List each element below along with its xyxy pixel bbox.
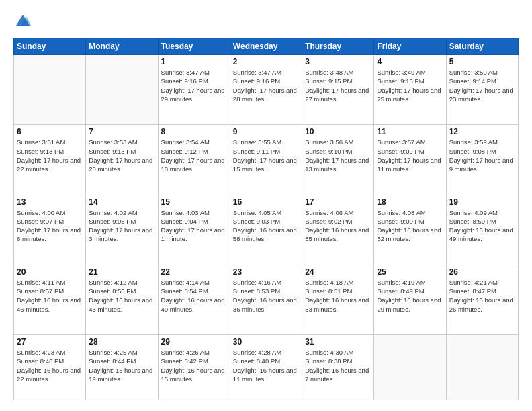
day-info: Sunrise: 3:48 AM Sunset: 9:15 PM Dayligh…: [305, 68, 371, 103]
day-info: Sunrise: 3:49 AM Sunset: 9:15 PM Dayligh…: [377, 68, 443, 103]
logo: [13, 11, 35, 30]
calendar-cell: 21Sunrise: 4:12 AM Sunset: 8:56 PM Dayli…: [86, 265, 158, 334]
day-number: 1: [161, 57, 227, 66]
calendar-cell: [86, 55, 158, 125]
day-number: 14: [89, 197, 154, 207]
day-number: 2: [233, 57, 299, 66]
calendar-cell: 10Sunrise: 3:56 AM Sunset: 9:10 PM Dayli…: [302, 125, 374, 195]
day-number: 30: [233, 337, 299, 347]
day-number: 7: [89, 127, 154, 136]
day-number: 13: [17, 197, 83, 207]
calendar-week-row: 6Sunrise: 3:51 AM Sunset: 9:13 PM Daylig…: [14, 125, 519, 195]
day-info: Sunrise: 4:19 AM Sunset: 8:49 PM Dayligh…: [377, 278, 443, 314]
calendar-cell: 12Sunrise: 3:59 AM Sunset: 9:08 PM Dayli…: [446, 125, 518, 195]
calendar-cell: 2Sunrise: 3:47 AM Sunset: 9:16 PM Daylig…: [230, 55, 302, 125]
calendar-cell: 5Sunrise: 3:50 AM Sunset: 9:14 PM Daylig…: [446, 55, 518, 125]
day-info: Sunrise: 4:03 AM Sunset: 9:04 PM Dayligh…: [161, 208, 227, 244]
calendar-header-friday: Friday: [374, 38, 446, 55]
calendar-cell: 14Sunrise: 4:02 AM Sunset: 9:05 PM Dayli…: [86, 195, 158, 265]
day-number: 16: [233, 197, 299, 207]
calendar-cell: 28Sunrise: 4:25 AM Sunset: 8:44 PM Dayli…: [86, 335, 158, 400]
day-info: Sunrise: 4:21 AM Sunset: 8:47 PM Dayligh…: [449, 278, 515, 314]
day-info: Sunrise: 4:08 AM Sunset: 9:00 PM Dayligh…: [377, 208, 443, 244]
calendar-cell: 26Sunrise: 4:21 AM Sunset: 8:47 PM Dayli…: [446, 265, 518, 334]
day-info: Sunrise: 4:23 AM Sunset: 8:46 PM Dayligh…: [17, 348, 83, 383]
day-number: 12: [449, 127, 515, 136]
calendar-header-wednesday: Wednesday: [230, 38, 302, 55]
calendar-cell: [14, 55, 86, 125]
calendar-cell: 22Sunrise: 4:14 AM Sunset: 8:54 PM Dayli…: [158, 265, 230, 334]
calendar-week-row: 13Sunrise: 4:00 AM Sunset: 9:07 PM Dayli…: [14, 195, 519, 265]
day-number: 28: [89, 337, 154, 347]
calendar-week-row: 27Sunrise: 4:23 AM Sunset: 8:46 PM Dayli…: [14, 335, 519, 400]
day-info: Sunrise: 4:05 AM Sunset: 9:03 PM Dayligh…: [233, 208, 299, 244]
day-number: 6: [17, 127, 83, 136]
day-info: Sunrise: 3:50 AM Sunset: 9:14 PM Dayligh…: [449, 68, 515, 103]
day-number: 20: [17, 267, 83, 277]
calendar-cell: 27Sunrise: 4:23 AM Sunset: 8:46 PM Dayli…: [14, 335, 86, 400]
day-number: 21: [89, 267, 154, 277]
day-info: Sunrise: 3:54 AM Sunset: 9:12 PM Dayligh…: [161, 138, 227, 173]
day-number: 24: [305, 267, 371, 277]
day-info: Sunrise: 3:53 AM Sunset: 9:13 PM Dayligh…: [89, 138, 154, 173]
day-number: 18: [377, 197, 443, 207]
calendar-cell: 19Sunrise: 4:09 AM Sunset: 8:59 PM Dayli…: [446, 195, 518, 265]
calendar-header-thursday: Thursday: [302, 38, 374, 55]
calendar-header-sunday: Sunday: [14, 38, 86, 55]
day-number: 29: [161, 337, 227, 347]
day-info: Sunrise: 3:59 AM Sunset: 9:08 PM Dayligh…: [449, 138, 515, 173]
day-info: Sunrise: 3:51 AM Sunset: 9:13 PM Dayligh…: [17, 138, 83, 173]
calendar-cell: 4Sunrise: 3:49 AM Sunset: 9:15 PM Daylig…: [374, 55, 446, 125]
day-info: Sunrise: 4:06 AM Sunset: 9:02 PM Dayligh…: [305, 208, 371, 244]
day-number: 31: [305, 337, 371, 347]
day-number: 5: [449, 57, 515, 66]
calendar-cell: 3Sunrise: 3:48 AM Sunset: 9:15 PM Daylig…: [302, 55, 374, 125]
calendar-cell: [446, 335, 518, 400]
day-info: Sunrise: 4:11 AM Sunset: 8:57 PM Dayligh…: [17, 278, 83, 314]
calendar-cell: 31Sunrise: 4:30 AM Sunset: 8:38 PM Dayli…: [302, 335, 374, 400]
day-info: Sunrise: 3:47 AM Sunset: 9:16 PM Dayligh…: [233, 68, 299, 103]
calendar-cell: 30Sunrise: 4:28 AM Sunset: 8:40 PM Dayli…: [230, 335, 302, 400]
calendar-cell: 20Sunrise: 4:11 AM Sunset: 8:57 PM Dayli…: [14, 265, 86, 334]
header: [13, 11, 519, 30]
day-info: Sunrise: 3:57 AM Sunset: 9:09 PM Dayligh…: [377, 138, 443, 173]
day-number: 19: [449, 197, 515, 207]
day-info: Sunrise: 4:18 AM Sunset: 8:51 PM Dayligh…: [305, 278, 371, 314]
calendar-cell: 11Sunrise: 3:57 AM Sunset: 9:09 PM Dayli…: [374, 125, 446, 195]
calendar-header-row: SundayMondayTuesdayWednesdayThursdayFrid…: [14, 38, 519, 55]
calendar-cell: 29Sunrise: 4:26 AM Sunset: 8:42 PM Dayli…: [158, 335, 230, 400]
day-number: 10: [305, 127, 371, 136]
day-number: 23: [233, 267, 299, 277]
calendar-cell: 24Sunrise: 4:18 AM Sunset: 8:51 PM Dayli…: [302, 265, 374, 334]
calendar-cell: 23Sunrise: 4:16 AM Sunset: 8:53 PM Dayli…: [230, 265, 302, 334]
day-info: Sunrise: 4:25 AM Sunset: 8:44 PM Dayligh…: [89, 348, 154, 383]
day-number: 8: [161, 127, 227, 136]
day-number: 3: [305, 57, 371, 66]
calendar-header-saturday: Saturday: [446, 38, 518, 55]
day-info: Sunrise: 3:56 AM Sunset: 9:10 PM Dayligh…: [305, 138, 371, 173]
calendar-cell: 9Sunrise: 3:55 AM Sunset: 9:11 PM Daylig…: [230, 125, 302, 195]
day-info: Sunrise: 3:47 AM Sunset: 9:16 PM Dayligh…: [161, 68, 227, 103]
calendar-cell: 13Sunrise: 4:00 AM Sunset: 9:07 PM Dayli…: [14, 195, 86, 265]
day-number: 11: [377, 127, 443, 136]
calendar-cell: 8Sunrise: 3:54 AM Sunset: 9:12 PM Daylig…: [158, 125, 230, 195]
day-info: Sunrise: 4:30 AM Sunset: 8:38 PM Dayligh…: [305, 348, 371, 383]
logo-icon: [13, 11, 32, 30]
day-number: 22: [161, 267, 227, 277]
day-number: 15: [161, 197, 227, 207]
day-info: Sunrise: 4:09 AM Sunset: 8:59 PM Dayligh…: [449, 208, 515, 244]
day-info: Sunrise: 4:02 AM Sunset: 9:05 PM Dayligh…: [89, 208, 154, 244]
day-info: Sunrise: 4:26 AM Sunset: 8:42 PM Dayligh…: [161, 348, 227, 383]
day-number: 4: [377, 57, 443, 66]
day-info: Sunrise: 4:28 AM Sunset: 8:40 PM Dayligh…: [233, 348, 299, 383]
day-info: Sunrise: 4:12 AM Sunset: 8:56 PM Dayligh…: [89, 278, 154, 314]
day-info: Sunrise: 4:14 AM Sunset: 8:54 PM Dayligh…: [161, 278, 227, 314]
day-info: Sunrise: 4:16 AM Sunset: 8:53 PM Dayligh…: [233, 278, 299, 314]
calendar-cell: 7Sunrise: 3:53 AM Sunset: 9:13 PM Daylig…: [86, 125, 158, 195]
day-number: 27: [17, 337, 83, 347]
calendar-cell: [374, 335, 446, 400]
page: SundayMondayTuesdayWednesdayThursdayFrid…: [0, 0, 532, 411]
day-number: 17: [305, 197, 371, 207]
day-info: Sunrise: 4:00 AM Sunset: 9:07 PM Dayligh…: [17, 208, 83, 244]
calendar-week-row: 20Sunrise: 4:11 AM Sunset: 8:57 PM Dayli…: [14, 265, 519, 334]
